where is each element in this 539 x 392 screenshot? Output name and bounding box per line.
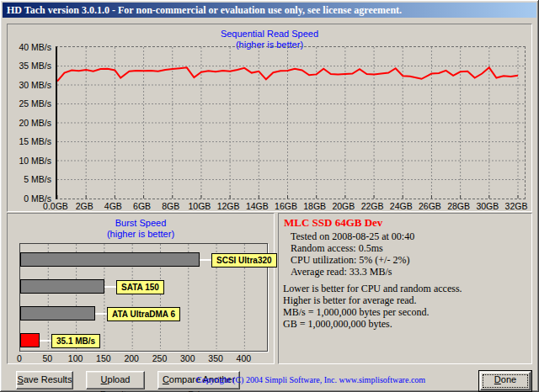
random-access-text: Random access: 0.5ms [291,242,414,254]
drive-info-panel: MLC SSD 64GB Dev Tested on 2008-08-25 at… [278,213,532,364]
note-gb-definition: GB = 1,000,000,000 bytes. [283,318,462,330]
burst-bar [20,306,95,320]
window-titlebar[interactable]: HD Tach version 3.0.1.0 - For non-commer… [3,3,536,18]
done-button[interactable]: Done [478,370,532,392]
read-chart-canvas [57,47,525,199]
burst-bar [20,333,40,347]
burst-x-tick-label: 200 [119,353,144,363]
burst-bar-label: SCSI Ultra320 [211,253,277,268]
read-y-tick-label: 25 MB/s [13,98,51,109]
tested-on-text: Tested on 2008-08-25 at 00:40 [291,230,414,242]
drive-name: MLC SSD 64GB Dev [284,216,382,230]
note-lower-better: Lower is better for CPU and random acces… [283,283,462,294]
note-higher-better: Higher is better for average read. [283,294,462,306]
legend-notes: Lower is better for CPU and random acces… [283,283,462,330]
read-y-tick-label: 10 MB/s [13,156,51,166]
note-mbs-definition: MB/s = 1,000,000 bytes per second. [283,306,462,318]
window-title: HD Tach version 3.0.1.0 - For non-commer… [7,4,402,16]
save-results-button[interactable]: Save Results [16,371,73,389]
burst-x-tick-label: 350 [203,353,228,363]
drive-details: Tested on 2008-08-25 at 00:40 Random acc… [291,230,414,278]
read-y-tick-label: 20 MB/s [13,118,51,128]
burst-chart-title: Burst Speed (higher is better) [8,218,274,240]
copyright-text: Copyright (C) 2004 Simpli Software, Inc.… [196,375,398,384]
burst-bar-label: ATA UltraDMA 6 [107,307,180,321]
read-chart-title-line1: Sequential Read Speed [8,29,531,40]
burst-x-tick-label: 250 [147,353,172,363]
burst-x-tick-label: 400 [231,353,256,363]
cpu-utilization-text: CPU utilization: 5% (+/- 2%) [291,254,414,266]
read-y-tick-label: 35 MB/s [13,61,51,71]
average-read-text: Average read: 33.3 MB/s [291,266,414,278]
burst-chart-title-line1: Burst Speed [8,218,274,229]
upload-results-button[interactable]: Upload Results [86,371,145,389]
burst-bar-label: SATA 150 [116,280,164,294]
burst-bar [20,279,104,294]
read-y-tick-label: 15 MB/s [13,136,51,146]
read-x-tick-label: 32GB [498,201,535,211]
read-y-tick-label: 40 MB/s [13,42,51,52]
hdtach-window: HD Tach version 3.0.1.0 - For non-commer… [0,0,539,392]
burst-bar-label: 35.1 MB/s [51,334,100,348]
burst-x-tick-label: 100 [63,353,88,363]
burst-bar [20,252,200,267]
bar-label-connector [104,286,116,288]
burst-x-tick-label: 50 [35,353,60,363]
burst-chart-plot-area: SCSI Ultra320SATA 150ATA UltraDMA 635.1 … [19,243,268,352]
done-button-label: Done [480,372,531,390]
burst-x-tick-label: 300 [175,353,200,363]
read-chart-plot-area [56,46,526,199]
burst-x-tick-label: 0 [7,353,32,363]
burst-chart-title-line2: (higher is better) [8,229,274,240]
bar-label-connector [40,340,51,342]
burst-x-tick-label: 150 [91,353,116,363]
bar-label-connector [200,259,211,261]
burst-speed-panel: Burst Speed (higher is better) SCSI Ultr… [7,213,275,364]
read-y-tick-label: 5 MB/s [13,174,51,184]
read-y-tick-label: 30 MB/s [13,80,51,90]
sequential-read-panel: Sequential Read Speed (higher is better)… [7,24,532,212]
bar-label-connector [95,313,107,315]
